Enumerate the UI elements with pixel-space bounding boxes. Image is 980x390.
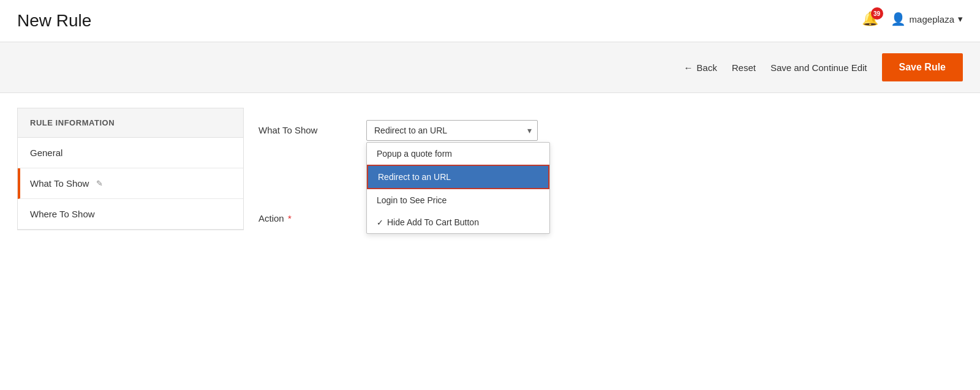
sidebar-item-what-to-show-label: What To Show [30, 178, 89, 189]
chevron-down-icon: ▾ [958, 13, 963, 24]
back-button[interactable]: ← Back [684, 62, 717, 73]
what-to-show-label: What To Show [258, 120, 356, 135]
sidebar: RULE INFORMATION General What To Show ✎ … [17, 108, 244, 230]
checkmark-icon: ✓ [377, 218, 383, 227]
sidebar-item-where-to-show[interactable]: Where To Show [18, 199, 243, 230]
header-actions: 🔔 39 👤 mageplaza ▾ [862, 11, 963, 27]
username-label: mageplaza [910, 14, 954, 24]
sidebar-header: RULE INFORMATION [18, 108, 243, 138]
sidebar-item-general-label: General [30, 148, 62, 158]
what-to-show-select-wrapper[interactable]: Redirect to an URL [366, 120, 538, 141]
action-label: Action * [258, 208, 356, 223]
dropdown-option-hide-cart-label: Hide Add To Cart Button [387, 217, 479, 227]
user-menu-button[interactable]: 👤 mageplaza ▾ [891, 12, 963, 26]
sidebar-item-where-to-show-label: Where To Show [30, 209, 95, 219]
dropdown-option-redirect[interactable]: Redirect to an URL [367, 165, 549, 189]
save-continue-button[interactable]: Save and Continue Edit [771, 62, 867, 73]
reset-button[interactable]: Reset [732, 62, 756, 73]
dropdown-option-redirect-label: Redirect to an URL [378, 172, 451, 182]
page-header: New Rule [0, 0, 980, 42]
page-title: New Rule [17, 11, 963, 31]
what-to-show-row: What To Show Redirect to an URL Popup a … [258, 120, 963, 141]
edit-pencil-icon: ✎ [96, 179, 103, 188]
back-arrow-icon: ← [684, 62, 693, 73]
notification-badge: 39 [871, 7, 883, 20]
sidebar-item-general[interactable]: General [18, 138, 243, 168]
dropdown-option-hide-cart[interactable]: ✓ Hide Add To Cart Button [367, 211, 549, 233]
required-mark: * [288, 213, 292, 223]
dropdown-option-login-label: Login to See Price [377, 195, 447, 205]
action-row: Action * Hide Add To Cart Button [258, 208, 963, 229]
toolbar: ← Back Reset Save and Continue Edit Save… [0, 42, 980, 93]
dropdown-option-popup[interactable]: Popup a quote form [367, 143, 549, 165]
what-to-show-dropdown-container: Redirect to an URL Popup a quote form Re… [366, 120, 538, 141]
dropdown-option-login[interactable]: Login to See Price [367, 189, 549, 211]
user-avatar-icon: 👤 [891, 12, 906, 26]
save-continue-label: Save and Continue Edit [771, 62, 867, 73]
dropdown-option-popup-label: Popup a quote form [377, 149, 452, 159]
back-label: Back [696, 62, 717, 73]
what-to-show-dropdown-menu: Popup a quote form Redirect to an URL Lo… [366, 142, 550, 234]
save-rule-label: Save Rule [899, 62, 946, 72]
what-to-show-select[interactable]: Redirect to an URL [366, 120, 538, 141]
sidebar-item-what-to-show[interactable]: What To Show ✎ [18, 168, 243, 199]
reset-label: Reset [732, 62, 756, 73]
notification-button[interactable]: 🔔 39 [862, 11, 878, 27]
main-content: RULE INFORMATION General What To Show ✎ … [0, 93, 980, 268]
content-area: What To Show Redirect to an URL Popup a … [258, 108, 963, 253]
save-rule-button[interactable]: Save Rule [882, 53, 963, 81]
